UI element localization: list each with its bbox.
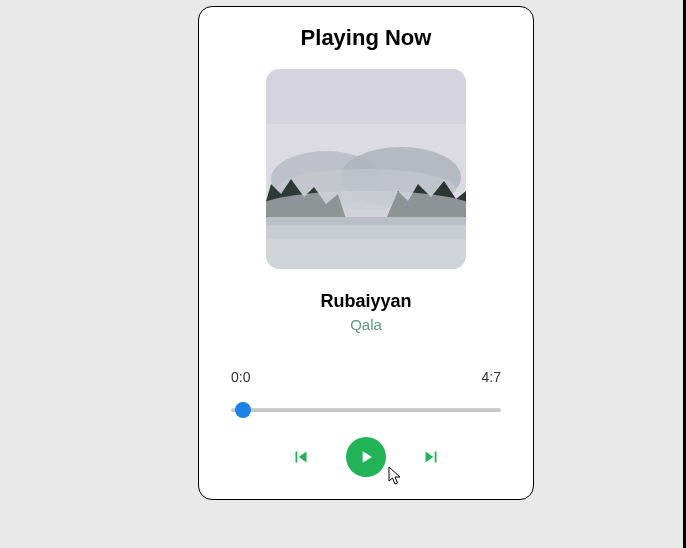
- skip-previous-icon: [290, 446, 312, 468]
- next-button[interactable]: [420, 446, 442, 468]
- svg-rect-1: [266, 69, 466, 124]
- previous-button[interactable]: [290, 446, 312, 468]
- progress-thumb[interactable]: [235, 402, 251, 418]
- total-time: 4:7: [482, 369, 501, 385]
- play-button[interactable]: [346, 437, 386, 477]
- page-title: Playing Now: [301, 25, 432, 51]
- playback-controls: [290, 437, 442, 477]
- current-time: 0:0: [231, 369, 250, 385]
- album-artwork: [266, 69, 466, 269]
- track-title: Rubaiyyan: [320, 291, 411, 312]
- time-row: 0:0 4:7: [231, 369, 501, 385]
- progress-track: [231, 408, 501, 412]
- play-icon: [356, 447, 376, 467]
- skip-next-icon: [420, 446, 442, 468]
- progress-slider[interactable]: [231, 401, 501, 419]
- music-player-card: Playing Now Rubaiyyan Qala 0:0 4:7: [198, 6, 534, 500]
- svg-rect-7: [266, 217, 466, 225]
- track-artist: Qala: [350, 316, 382, 333]
- svg-rect-8: [266, 239, 466, 269]
